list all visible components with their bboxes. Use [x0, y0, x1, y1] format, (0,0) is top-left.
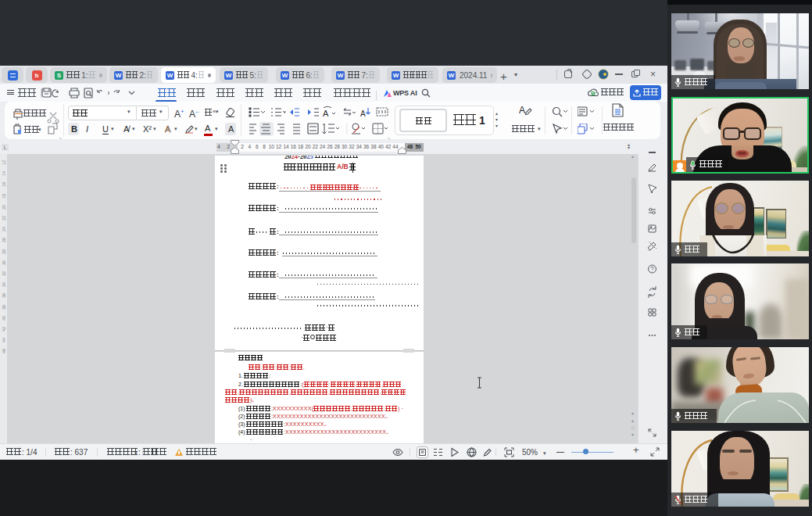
svg-text:A: A — [323, 109, 329, 118]
svg-text:A: A — [360, 109, 366, 118]
svg-text:A: A — [519, 105, 525, 116]
